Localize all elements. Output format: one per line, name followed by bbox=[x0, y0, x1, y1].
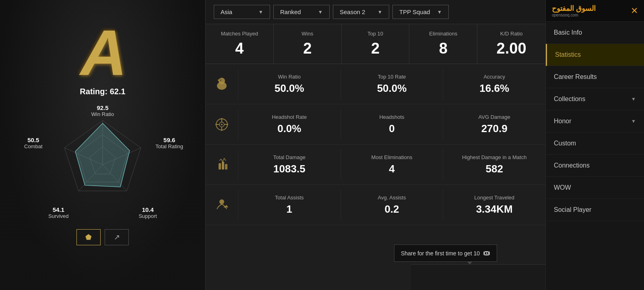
radar-label-win-ratio: 92.5Win Ratio bbox=[91, 104, 114, 117]
sidebar-item-collections[interactable]: Collections ▼ bbox=[546, 88, 644, 110]
chevron-down-icon: ▼ bbox=[631, 118, 636, 124]
stats-row-3: Total Damage 1083.5 Most Eliminations 4 … bbox=[206, 145, 545, 185]
region-dropdown[interactable]: Asia ▼ bbox=[214, 5, 270, 19]
chevron-down-icon: ▼ bbox=[258, 9, 263, 15]
stat-matches-played: Matches Played 4 bbox=[206, 24, 274, 64]
svg-rect-21 bbox=[222, 162, 224, 170]
svg-rect-22 bbox=[225, 164, 227, 170]
mode-dropdown[interactable]: Ranked ▼ bbox=[273, 5, 330, 19]
svg-point-12 bbox=[220, 79, 221, 81]
chevron-down-icon: ▼ bbox=[318, 9, 323, 15]
stats-rows: Win Ratio 50.0% Top 10 Rate 50.0% Accura… bbox=[206, 64, 545, 225]
radar-view-button[interactable]: ⬟ bbox=[76, 229, 101, 245]
top-stats-bar: Matches Played 4 Wins 2 Top 10 2 Elimina… bbox=[206, 24, 545, 64]
sidebar-item-connections[interactable]: Connections bbox=[546, 155, 644, 177]
stat-avg-damage: AVG Damage 270.9 bbox=[443, 109, 545, 140]
player-grade: A bbox=[80, 21, 125, 85]
sidebar-item-social-player[interactable]: Social Player bbox=[546, 199, 644, 221]
radar-label-total-rating: 59.6Total Rating bbox=[155, 137, 183, 149]
sidebar-item-honor[interactable]: Honor ▼ bbox=[546, 110, 644, 133]
svg-rect-20 bbox=[219, 163, 221, 170]
radar-labels: 92.5Win Ratio 59.6Total Rating 10.4Suppo… bbox=[46, 108, 159, 221]
chevron-down-icon: ▼ bbox=[378, 9, 382, 15]
crosshair-icon bbox=[206, 112, 238, 137]
radar-label-combat: 50.5Combat bbox=[24, 137, 43, 149]
svg-point-19 bbox=[221, 124, 223, 125]
stat-highest-damage: Highest Damage in a Match 582 bbox=[443, 149, 545, 180]
radar-label-survived: 54.1Survived bbox=[48, 206, 69, 219]
stat-longest-traveled: Longest Traveled 3.34KM bbox=[443, 190, 545, 220]
chevron-down-icon: ▼ bbox=[631, 96, 636, 102]
stat-top10: Top 10 2 bbox=[342, 24, 410, 64]
dropdowns-row: Asia ▼ Ranked ▼ Season 2 ▼ TPP Squad ▼ bbox=[206, 0, 545, 24]
right-sidebar: السوق المفتوح opensooq.com ✕ Basic Info … bbox=[545, 0, 644, 290]
sidebar-item-career-results[interactable]: Career Results bbox=[546, 66, 644, 88]
stats-row-4: Total Assists 1 Avg. Assists 0.2 Longest… bbox=[206, 185, 545, 225]
sidebar-item-statistics[interactable]: Statistics bbox=[546, 44, 644, 66]
stat-most-eliminations: Most Eliminations 4 bbox=[341, 149, 443, 180]
left-panel: A Rating: 62.1 92.5Win Ratio 59.6Total R… bbox=[0, 0, 205, 290]
sidebar-item-wow[interactable]: WOW bbox=[546, 177, 644, 199]
line-view-button[interactable]: ↗ bbox=[105, 229, 129, 245]
assist-icon bbox=[206, 192, 238, 218]
stat-wins: Wins 2 bbox=[274, 24, 342, 64]
sidebar-item-basic-info[interactable]: Basic Info bbox=[546, 22, 644, 44]
chicken-icon bbox=[206, 71, 238, 97]
stat-total-assists: Total Assists 1 bbox=[238, 190, 341, 220]
stats-row-2: Headshot Rate 0.0% Headshots 0 AVG Damag… bbox=[206, 104, 545, 145]
logo-text: السوق المفتوح bbox=[552, 4, 596, 13]
chart-toggle-buttons: ⬟ ↗ bbox=[76, 229, 129, 245]
stat-kd-ratio: K/D Ratio 2.00 bbox=[477, 24, 545, 64]
stat-headshots: Headshots 0 bbox=[341, 109, 443, 140]
season-dropdown[interactable]: Season 2 ▼ bbox=[333, 5, 389, 19]
stat-top10-rate: Top 10 Rate 50.0% bbox=[341, 69, 443, 99]
sidebar-logo: السوق المفتوح opensooq.com ✕ bbox=[546, 0, 644, 22]
share-tooltip: Share for the first time to get 10 🎟 bbox=[394, 244, 497, 262]
sidebar-item-custom[interactable]: Custom bbox=[546, 133, 644, 155]
chevron-down-icon: ▼ bbox=[437, 9, 442, 15]
stat-accuracy: Accuracy 16.6% bbox=[443, 69, 545, 99]
main-stats-area: Asia ▼ Ranked ▼ Season 2 ▼ TPP Squad ▼ M… bbox=[205, 0, 545, 290]
player-rating: Rating: 62.1 bbox=[80, 87, 125, 96]
svg-point-23 bbox=[219, 199, 224, 204]
radar-chart: 92.5Win Ratio 59.6Total Rating 10.4Suppo… bbox=[46, 108, 159, 221]
stat-eliminations: Eliminations 8 bbox=[409, 24, 477, 64]
damage-icon bbox=[206, 152, 238, 178]
stat-total-damage: Total Damage 1083.5 bbox=[238, 149, 341, 180]
stat-headshot-rate: Headshot Rate 0.0% bbox=[238, 109, 341, 140]
stat-win-ratio: Win Ratio 50.0% bbox=[238, 69, 341, 99]
stat-avg-assists: Avg. Assists 0.2 bbox=[341, 190, 443, 220]
stats-row-1: Win Ratio 50.0% Top 10 Rate 50.0% Accura… bbox=[206, 64, 545, 104]
logo-sub: opensooq.com bbox=[552, 13, 596, 17]
view-dropdown[interactable]: TPP Squad ▼ bbox=[392, 5, 449, 19]
svg-point-10 bbox=[219, 78, 225, 84]
radar-label-support: 10.4Support bbox=[138, 206, 157, 219]
